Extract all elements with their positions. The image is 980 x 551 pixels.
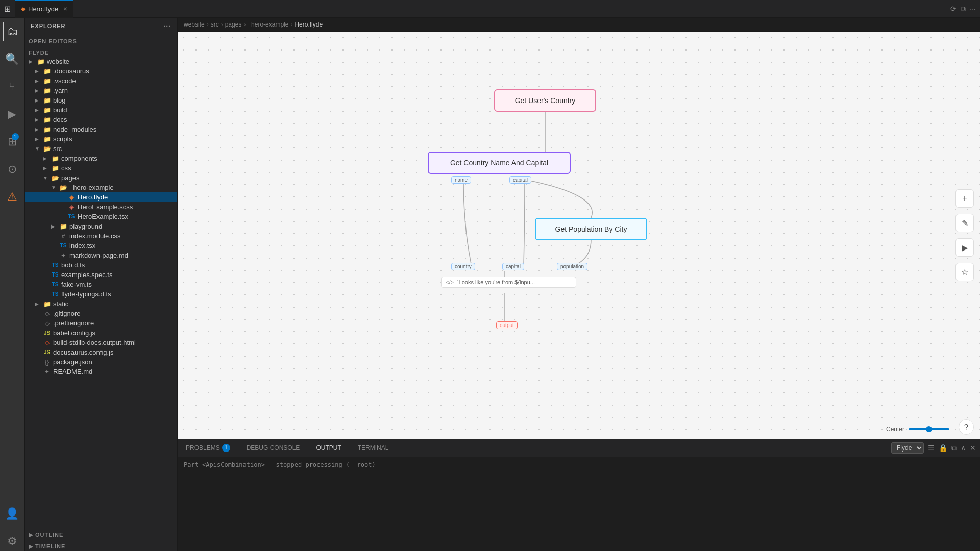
add-node-button[interactable]: + [955, 189, 974, 208]
help-button[interactable]: ? [959, 419, 974, 435]
node-get-users-country[interactable]: Get User's Country [494, 89, 596, 112]
git-activity-icon[interactable]: ⑂ [6, 77, 18, 96]
copy-icon[interactable]: ⧉ [951, 444, 957, 453]
node-get-country-name[interactable]: Get Country Name And Capital [428, 152, 571, 174]
template-node[interactable]: </> `Looks like you're from ${inpu... [441, 277, 576, 288]
run-button[interactable]: ▶ [955, 238, 974, 257]
history-icon[interactable]: ⟳ [950, 5, 957, 13]
template-node-label: `Looks like you're from ${inpu... [457, 279, 535, 285]
settings-icon[interactable]: ⚙ [4, 532, 20, 551]
tree-item-docusaurus[interactable]: ▶📁.docusaurus [24, 66, 177, 76]
sidebar-activity-bar: 🗂 🔍 ⑂ ▶ ⊞1 ⊙ ⚠ 👤 ⚙ [0, 18, 24, 551]
tree-item-node-modules[interactable]: ▶📁node_modules [24, 124, 177, 134]
tree-item-examples-spec[interactable]: TSexamples.spec.ts [24, 270, 177, 280]
tab-output[interactable]: OUTPUT [308, 439, 349, 457]
tree-item-hero-example[interactable]: ▼📂_hero-example [24, 183, 177, 192]
tree-item-build-stdlib[interactable]: ◇build-stdlib-docs.output.html [24, 338, 177, 347]
tab-terminal[interactable]: TERMINAL [350, 439, 397, 457]
breadcrumb-hero-flyde[interactable]: Hero.flyde [295, 21, 323, 28]
port-name[interactable]: name [451, 176, 471, 184]
port-output[interactable]: output [496, 321, 518, 329]
breadcrumb-hero-example[interactable]: _hero-example [248, 21, 288, 28]
template-icon: </> [446, 279, 454, 285]
open-editors-section: OPEN EDITORS [24, 34, 177, 45]
run-activity-icon[interactable]: ▶ [5, 105, 19, 124]
tree-item-css[interactable]: ▶📁css [24, 163, 177, 173]
tree-item-build[interactable]: ▶📁build [24, 105, 177, 115]
tree-item-bob[interactable]: TSbob.d.ts [24, 260, 177, 270]
bottom-right-bar: Flyde ☰ 🔒 ⧉ ∧ ✕ [891, 442, 980, 454]
help-icon: ? [964, 423, 968, 431]
edit-button[interactable]: ✎ [955, 214, 974, 232]
extensions-activity-icon[interactable]: ⊞1 [5, 132, 20, 152]
lock-icon[interactable]: 🔒 [939, 444, 947, 452]
close-panel-icon[interactable]: ✕ [970, 444, 976, 452]
warning-activity-icon[interactable]: ⚠ [4, 187, 20, 207]
tree-item-docs[interactable]: ▶📁docs [24, 115, 177, 124]
breadcrumb-website[interactable]: website [184, 21, 205, 28]
explorer-more-icon[interactable]: ··· [163, 22, 171, 30]
star-icon: ☆ [961, 267, 968, 277]
tree-item-package-json[interactable]: {}package.json [24, 357, 177, 367]
port-country[interactable]: country [451, 263, 475, 270]
breadcrumb-sep2: › [221, 21, 223, 28]
tree-item-gitignore[interactable]: ◇.gitignore [24, 309, 177, 318]
list-icon[interactable]: ☰ [928, 444, 935, 452]
port-capital-bottom[interactable]: capital [502, 263, 524, 270]
breadcrumb-pages[interactable]: pages [225, 21, 242, 28]
tree-item-index-tsx[interactable]: TSindex.tsx [24, 241, 177, 251]
split-editor-icon[interactable]: ⧉ [961, 5, 966, 13]
chevron-up-icon[interactable]: ∧ [961, 444, 966, 452]
tree-item-babel-config[interactable]: JSbabel.config.js [24, 328, 177, 338]
tree-item-docusaurus-config[interactable]: JSdocusaurus.config.js [24, 347, 177, 357]
tree-item-prettierignore[interactable]: ◇.prettierignore [24, 318, 177, 328]
flyde-dropdown[interactable]: Flyde [891, 442, 924, 454]
tree-item-index-css[interactable]: #index.module.css [24, 231, 177, 241]
tree-item-pages[interactable]: ▼📂pages [24, 173, 177, 183]
tree-item-playground[interactable]: ▶📁playground [24, 221, 177, 231]
file-tree: ▶📁website ▶📁.docusaurus ▶📁.vscode ▶📁.yar… [24, 57, 177, 528]
flyde-section: FLYDE [24, 45, 177, 57]
tree-item-yarn[interactable]: ▶📁.yarn [24, 86, 177, 95]
account-icon[interactable]: 👤 [2, 504, 22, 523]
tree-item-fake-vm[interactable]: TSfake-vm.ts [24, 280, 177, 289]
tab-close-icon[interactable]: ✕ [63, 6, 67, 12]
tree-item-vscode[interactable]: ▶📁.vscode [24, 76, 177, 86]
port-capital-bottom-label: capital [506, 264, 521, 269]
tree-item-static[interactable]: ▶📁static [24, 299, 177, 309]
explorer-activity-icon[interactable]: 🗂 [3, 22, 21, 41]
tree-item-hero-scss[interactable]: ◈HeroExample.scss [24, 202, 177, 212]
remote-activity-icon[interactable]: ⊙ [5, 160, 20, 179]
tree-item-hero-flyde[interactable]: ◆Hero.flyde [24, 192, 177, 202]
tab-debug-console[interactable]: DEBUG CONSOLE [238, 439, 308, 457]
more-icon[interactable]: ··· [970, 5, 976, 13]
tree-item-readme[interactable]: ✦README.md [24, 367, 177, 377]
tree-item-hero-tsx[interactable]: TSHeroExample.tsx [24, 212, 177, 221]
explorer-icon: ⊞ [4, 4, 11, 14]
right-panel: + ✎ ▶ ☆ [955, 189, 974, 281]
tree-item-website[interactable]: ▶📁website [24, 57, 177, 66]
port-population-label: population [560, 264, 584, 269]
tab-problems[interactable]: PROBLEMS 1 [178, 439, 238, 457]
edit-icon: ✎ [962, 218, 968, 228]
breadcrumb-src[interactable]: src [211, 21, 219, 28]
tree-item-blog[interactable]: ▶📁blog [24, 95, 177, 105]
canvas-container: Get User's Country Get Country Name And … [178, 32, 980, 551]
zoom-slider[interactable] [909, 428, 949, 430]
port-capital-top-label: capital [513, 177, 528, 183]
tree-item-scripts[interactable]: ▶📁scripts [24, 134, 177, 144]
tree-item-markdown-page[interactable]: ✦markdown-page.md [24, 251, 177, 260]
bottom-panel: PROBLEMS 1 DEBUG CONSOLE OUTPUT TERMINAL [178, 439, 980, 551]
tab-file-icon: ◆ [21, 6, 25, 12]
flow-canvas[interactable]: Get User's Country Get Country Name And … [178, 32, 980, 439]
port-population[interactable]: population [557, 263, 587, 270]
search-activity-icon[interactable]: 🔍 [2, 49, 22, 69]
tree-item-src[interactable]: ▼📂src [24, 144, 177, 154]
tree-item-components[interactable]: ▶📁components [24, 154, 177, 163]
node-get-population[interactable]: Get Population By City [535, 218, 647, 240]
port-capital-top[interactable]: capital [509, 176, 531, 184]
tree-item-flyde-typings[interactable]: TSflyde-typings.d.ts [24, 289, 177, 299]
star-button[interactable]: ☆ [955, 263, 974, 281]
debug-console-label: DEBUG CONSOLE [247, 444, 300, 452]
hero-flyde-tab[interactable]: ◆ Hero.flyde ✕ [15, 0, 74, 18]
